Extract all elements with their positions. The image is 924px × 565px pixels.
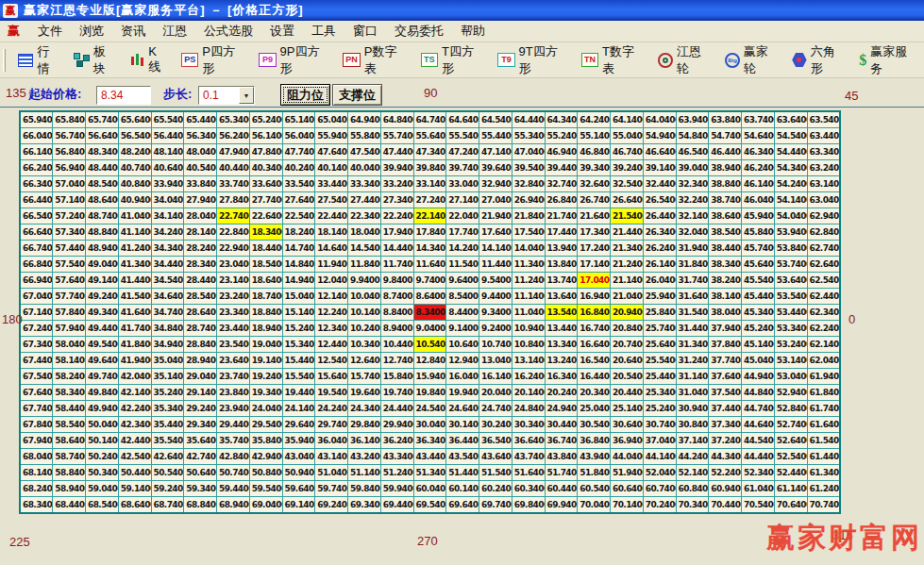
price-cell[interactable]: 67.0400 [20,289,53,305]
price-cell[interactable]: 47.3400 [413,144,446,160]
price-cell[interactable]: 29.8400 [348,417,381,433]
price-cell[interactable]: 12.6400 [348,353,381,369]
price-cell[interactable]: 39.6400 [479,160,512,176]
price-cell[interactable]: 17.4400 [545,224,578,241]
price-cell[interactable]: 35.3400 [151,401,184,417]
price-cell[interactable]: 19.4400 [282,385,315,401]
price-cell[interactable]: 21.7400 [545,208,578,224]
price-cell[interactable]: 65.0400 [315,111,348,128]
price-cell[interactable]: 15.7400 [348,369,381,385]
price-cell[interactable]: 47.9400 [217,144,250,160]
price-cell[interactable]: 70.7400 [807,497,840,514]
price-cell[interactable]: 31.9400 [676,241,709,257]
price-cell[interactable]: 51.9400 [611,465,644,481]
price-cell[interactable]: 59.6400 [282,481,315,497]
price-cell[interactable]: 44.6400 [742,417,775,433]
price-cell[interactable]: 9.7400 [413,273,446,289]
price-cell[interactable]: 38.6400 [709,208,742,224]
price-cell[interactable]: 23.8400 [217,385,250,401]
price-cell[interactable]: 24.0400 [249,401,282,417]
price-cell[interactable]: 35.6400 [184,433,217,449]
price-cell[interactable]: 66.5400 [20,208,53,224]
price-cell[interactable]: 35.7400 [217,433,250,449]
price-cell[interactable]: 31.4400 [676,321,709,337]
price-cell[interactable]: 37.3400 [709,417,742,433]
toolbar-grip[interactable] [3,49,6,72]
price-cell[interactable]: 46.5400 [676,144,709,160]
price-cell[interactable]: 41.8400 [118,337,151,353]
price-cell[interactable]: 20.5400 [611,369,644,385]
price-cell[interactable]: 59.4400 [217,481,250,497]
price-cell[interactable]: 46.2400 [742,160,775,176]
toolbar-hexagon-button[interactable]: 六角形 [785,41,852,80]
price-cell[interactable]: 29.6400 [282,417,315,433]
price-cell[interactable]: 63.1400 [807,176,840,192]
price-cell[interactable]: 43.0400 [282,449,315,465]
price-cell[interactable]: 50.5400 [151,465,184,481]
price-cell[interactable]: 19.2400 [249,369,282,385]
price-cell[interactable]: 34.2400 [151,224,184,241]
price-cell[interactable]: 59.2400 [151,481,184,497]
price-cell[interactable]: 61.1400 [774,481,807,497]
menu-formula-stock-pick[interactable]: 公式选股 [195,21,261,42]
price-cell[interactable]: 43.3400 [380,449,413,465]
price-cell[interactable]: 23.9400 [217,401,250,417]
price-cell[interactable]: 39.3400 [578,160,611,176]
price-cell[interactable]: 26.8400 [545,192,578,208]
price-cell[interactable]: 32.1400 [676,208,709,224]
price-cell[interactable]: 11.2400 [512,273,545,289]
price-cell[interactable]: 33.1400 [413,176,446,192]
price-cell[interactable]: 29.4400 [217,417,250,433]
price-cell[interactable]: 52.0400 [643,465,676,481]
price-cell[interactable]: 54.6400 [742,128,775,144]
price-cell[interactable]: 53.4400 [774,305,807,321]
price-cell[interactable]: 9.3400 [479,305,512,321]
price-cell[interactable]: 48.5400 [86,176,119,192]
price-cell[interactable]: 15.9400 [413,369,446,385]
price-cell[interactable]: 53.8400 [774,241,807,257]
price-cell[interactable]: 10.3400 [348,337,381,353]
price-cell[interactable]: 60.5400 [578,481,611,497]
price-cell[interactable]: 22.9400 [217,241,250,257]
price-cell[interactable]: 30.0400 [413,417,446,433]
price-cell[interactable]: 8.3400 [413,305,446,321]
price-cell[interactable]: 21.1400 [611,273,644,289]
price-cell[interactable]: 36.0400 [315,433,348,449]
price-cell[interactable]: 36.1400 [348,433,381,449]
price-cell[interactable]: 62.9400 [807,208,840,224]
price-cell[interactable]: 42.9400 [249,449,282,465]
price-cell[interactable]: 68.5400 [86,497,119,514]
price-cell[interactable]: 63.3400 [807,144,840,160]
price-cell[interactable]: 21.5400 [611,208,644,224]
price-cell[interactable]: 62.0400 [807,353,840,369]
price-cell[interactable]: 62.7400 [807,241,840,257]
price-cell[interactable]: 63.9400 [676,111,709,128]
price-cell[interactable]: 10.5400 [413,337,446,353]
price-cell[interactable]: 42.2400 [118,401,151,417]
price-cell[interactable]: 15.3400 [282,337,315,353]
menu-trade-order[interactable]: 交易委托 [386,21,452,42]
chevron-down-icon[interactable]: ▼ [239,87,254,104]
price-cell[interactable]: 49.4400 [86,321,119,337]
price-cell[interactable]: 40.2400 [282,160,315,176]
price-cell[interactable]: 41.3400 [118,257,151,273]
price-cell[interactable]: 47.6400 [315,144,348,160]
price-cell[interactable]: 49.9400 [86,401,119,417]
price-cell[interactable]: 44.0400 [611,449,644,465]
price-cell[interactable]: 54.7400 [709,128,742,144]
price-cell[interactable]: 12.5400 [315,353,348,369]
price-cell[interactable]: 17.1400 [578,257,611,273]
price-cell[interactable]: 57.0400 [53,176,86,192]
price-cell[interactable]: 41.7400 [118,321,151,337]
price-cell[interactable]: 15.2400 [282,321,315,337]
price-cell[interactable]: 58.5400 [53,417,86,433]
price-cell[interactable]: 22.0400 [446,208,479,224]
price-cell[interactable]: 13.6400 [545,289,578,305]
price-cell[interactable]: 23.7400 [217,369,250,385]
price-cell[interactable]: 9.5400 [479,273,512,289]
price-cell[interactable]: 44.7400 [742,401,775,417]
price-cell[interactable]: 52.2400 [709,465,742,481]
price-cell[interactable]: 60.6400 [611,481,644,497]
price-cell[interactable]: 17.7400 [446,224,479,241]
price-cell[interactable]: 69.0400 [249,497,282,514]
